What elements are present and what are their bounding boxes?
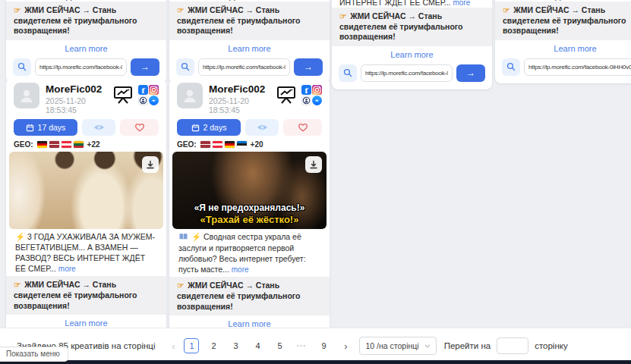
more-link[interactable]: more [232, 265, 249, 274]
next-page-button[interactable]: › [339, 340, 352, 352]
open-url-button[interactable]: → [131, 58, 159, 76]
page-button-4[interactable]: 4 [250, 338, 265, 353]
page-size-select[interactable]: 10 /на сторінці [359, 337, 436, 355]
callout-text: ЖМИ СЕЙЧАС → Стань свидетелем её триумфа… [177, 281, 301, 310]
creative-text: ИНТЕРНЕТ ЖДЁТ ЕЁ СМЕР... [339, 0, 453, 7]
pointing-hand-icon: ☞ [177, 5, 184, 14]
learn-more-link[interactable]: Learn more [6, 42, 166, 55]
card-header: MoreFic002 2025-11-20 18:53:45 [6, 78, 166, 116]
download-image-button[interactable] [305, 156, 322, 173]
more-link[interactable]: more [58, 265, 76, 273]
url-input[interactable] [198, 58, 290, 76]
flag-lv-icon [200, 141, 210, 148]
messenger-icon [312, 96, 322, 105]
creative-card-1: MoreFic002 2025-11-20 18:53:45 [6, 78, 166, 355]
facebook-icon [301, 85, 311, 95]
page-button-5[interactable]: 5 [272, 338, 287, 353]
download-icon [146, 160, 155, 169]
learn-more-link[interactable]: Learn more [332, 49, 492, 61]
url-input[interactable] [524, 58, 631, 76]
more-link[interactable]: more [616, 0, 631, 1]
more-link[interactable]: more [290, 0, 308, 1]
open-url-button[interactable]: → [294, 58, 323, 76]
page-button-3[interactable]: 3 [228, 338, 243, 353]
pointing-hand-icon: ☞ [339, 11, 346, 20]
more-link[interactable]: more [127, 0, 144, 1]
creative-image[interactable] [9, 152, 163, 229]
show-menu-button[interactable]: Показать меню [0, 347, 68, 362]
creative-date: 2025-11-20 18:53:45 [209, 96, 270, 115]
overlay-line-2: «Трахай её жёстко!» [172, 214, 327, 225]
creative-text-block: ⚡ Сводная сестра украла её заслуги и при… [169, 229, 330, 277]
pagination: Знайдено 85 креативів на сторінці ‹ 1234… [0, 328, 631, 355]
learn-more-link[interactable]: Learn more [495, 42, 631, 55]
avatar [14, 83, 39, 108]
search-button[interactable] [176, 58, 194, 76]
flag-at-icon [62, 141, 71, 148]
book-icon [178, 233, 188, 243]
calendar-icon [191, 124, 200, 132]
learn-more-link[interactable]: Learn more [169, 42, 330, 55]
search-button[interactable] [13, 58, 31, 76]
favorite-button[interactable] [120, 119, 159, 136]
network-badges [138, 85, 159, 105]
lightning-icon: ⚡ [15, 232, 25, 241]
page-button-2[interactable]: 2 [206, 338, 221, 353]
profile-name: MoreFic002 [46, 83, 106, 95]
flag-lt-icon [74, 141, 84, 148]
callout: ☞ ЖМИ СЕЙЧАС → Стань свидетелем её триум… [332, 8, 492, 46]
views-button[interactable] [82, 119, 115, 136]
views-button[interactable] [245, 119, 279, 136]
geo-label: GEO: [14, 140, 33, 149]
audience-network-icon [138, 96, 148, 105]
more-link[interactable]: more [453, 0, 470, 7]
download-icon [309, 160, 318, 169]
person-icon [17, 86, 36, 105]
days-badge[interactable]: 2 days [177, 119, 241, 136]
search-icon [506, 62, 516, 71]
header-icons [112, 83, 159, 105]
creative-text-cut: ИНТЕРНЕТ ЖДЁТ ЕЁ СМЕР... more [495, 0, 631, 2]
geo-more-count: +20 [251, 140, 263, 149]
days-badge[interactable]: 17 days [14, 119, 77, 136]
callout-text: ЖМИ СЕЙЧАС → Стань свидетелем её триумфа… [14, 280, 137, 309]
geo-row: GEO: +22 [6, 137, 166, 151]
analytics-board-icon[interactable] [112, 85, 134, 105]
eye-icon [257, 124, 268, 131]
callout: ☞ ЖМИ СЕЙЧАС → Стань свидетелем её триум… [495, 2, 631, 40]
url-input[interactable] [361, 64, 453, 82]
analytics-board-icon[interactable] [276, 85, 297, 105]
pointing-hand-icon: ☞ [503, 5, 510, 14]
page-button-1[interactable]: 1 [184, 338, 199, 353]
goto-page-input[interactable] [497, 337, 528, 354]
creative-text-block: ⚡ 3 ГОДА УХАЖИВАЛА ЗА МУЖЕМ-ВЕГЕТАТИВЦЕМ… [6, 229, 166, 276]
url-row: → [332, 63, 492, 89]
audience-network-icon [301, 96, 311, 105]
url-row [495, 57, 631, 83]
flag-lv-icon [49, 141, 59, 148]
profile-info: MoreFic002 2025-11-20 18:53:45 [46, 83, 106, 115]
callout: ☞ ЖМИ СЕЙЧАС → Стань свидетелем её триум… [169, 2, 330, 40]
bottom-bar [0, 360, 631, 364]
search-button[interactable] [339, 64, 357, 82]
download-image-button[interactable] [142, 156, 159, 173]
creative-image[interactable]: «Я не предохранялась!» «Трахай её жёстко… [172, 152, 327, 229]
days-label: 17 days [38, 123, 66, 132]
callout: ☞ ЖМИ СЕЙЧАС → Стань свидетелем её триум… [6, 276, 166, 315]
flag-ee-icon [237, 141, 247, 148]
eye-icon [93, 124, 105, 131]
open-url-button[interactable]: → [456, 64, 485, 82]
person-icon [181, 86, 199, 105]
goto-suffix: сторінку [535, 341, 568, 350]
instagram-icon [149, 85, 159, 95]
page-list: 12345•••9 [184, 338, 338, 353]
url-input[interactable] [35, 58, 127, 76]
pointing-hand-icon: ☞ [177, 281, 184, 290]
messenger-icon [149, 96, 159, 105]
favorite-button[interactable] [283, 119, 322, 136]
prev-page-button[interactable]: ‹ [167, 340, 179, 352]
search-button[interactable] [502, 58, 520, 76]
search-icon [17, 62, 27, 71]
overlay-line-1: «Я не предохранялась!» [172, 202, 327, 213]
page-button-9[interactable]: 9 [316, 338, 331, 353]
